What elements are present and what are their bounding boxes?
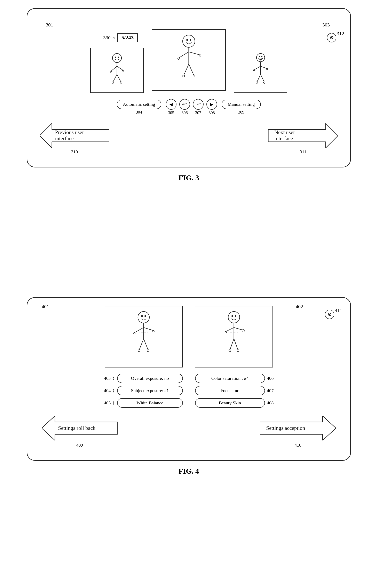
fig4-left-image	[105, 306, 183, 368]
left-image	[90, 48, 144, 93]
next-nav-group: Next user interface 311	[268, 123, 338, 155]
manual-btn-group: Manual setting 309	[221, 100, 261, 115]
svg-point-27	[259, 56, 260, 57]
svg-line-32	[261, 66, 267, 69]
acceptance-group: Settings acception 410	[260, 416, 336, 448]
overall-exposure-button[interactable]: Overall exposure: no	[117, 374, 183, 383]
svg-point-22	[178, 58, 179, 59]
auto-btn-group: Automatic setting 304	[117, 100, 161, 115]
fig4-right-image	[195, 306, 273, 368]
subject-exposure-button[interactable]: Subject exposure: #1	[117, 386, 183, 395]
svg-text:interface: interface	[55, 135, 74, 141]
svg-line-4	[111, 66, 117, 71]
controls-inner: Automatic setting 304 ◀ 305	[117, 99, 261, 115]
left-img-ref: 301	[46, 22, 53, 28]
settings-arrows: Settings roll back 409 Settings acceptio…	[38, 416, 340, 448]
plus90-button[interactable]: +90°	[193, 99, 204, 110]
subject-exposure-ref: 404	[104, 388, 111, 393]
color-saturation-button[interactable]: Color saturation : #4	[195, 374, 265, 383]
auto-setting-button[interactable]: Automatic setting	[117, 100, 161, 109]
next-arrow-shape[interactable]: Next user interface	[268, 123, 338, 148]
prev-ref: 310	[71, 149, 78, 155]
acceptance-arrow-svg: Settings acception	[260, 416, 336, 441]
right-image	[234, 48, 287, 93]
beauty-skin-row: Beauty Skin 408	[195, 398, 274, 408]
svg-line-16	[178, 52, 189, 58]
forward-button[interactable]: ▶	[206, 99, 217, 110]
white-balance-row: 405 ⟩ White Balance	[104, 398, 183, 408]
fig4-right-ref: 402	[296, 304, 303, 309]
rollback-arrow[interactable]: Settings roll back	[42, 416, 118, 441]
subject-exposure-row: 404 ⟩ Subject exposure: #1	[104, 386, 183, 395]
fig4-panel: ⊗ 411 401 402	[27, 297, 351, 461]
svg-line-51	[139, 339, 144, 350]
acceptance-arrow[interactable]: Settings acception	[260, 416, 336, 441]
svg-line-65	[230, 339, 234, 350]
manual-ref: 309	[238, 110, 244, 115]
stick-figure-right	[244, 52, 277, 89]
rollback-arrow-svg: Settings roll back	[42, 416, 118, 441]
focus-button[interactable]: Focus : no	[195, 386, 265, 395]
svg-line-33	[257, 74, 261, 82]
acceptance-ref: 410	[295, 442, 301, 448]
svg-point-61	[235, 315, 237, 317]
controls-row: Automatic setting 304 ◀ 305	[35, 99, 342, 115]
svg-point-23	[199, 55, 201, 56]
back-ref: 305	[168, 110, 174, 115]
svg-point-1	[115, 57, 116, 58]
svg-line-66	[234, 339, 238, 350]
svg-line-7	[117, 74, 121, 82]
svg-point-55	[134, 332, 135, 334]
focus-ref: 407	[267, 388, 274, 393]
svg-line-18	[184, 64, 189, 75]
plus90-btn-group: +90° 307	[193, 99, 204, 115]
prev-nav-group: Previous user interface 310	[40, 123, 109, 155]
back-button[interactable]: ◀	[166, 99, 176, 110]
svg-line-63	[226, 327, 234, 332]
minus90-ref: 306	[182, 110, 188, 115]
svg-point-13	[186, 39, 188, 41]
back-btn-group: ◀ 305	[166, 99, 176, 115]
svg-point-59	[228, 311, 240, 323]
minus90-button[interactable]: -90°	[179, 99, 190, 110]
overall-exposure-ref: 403	[104, 376, 111, 381]
fig3-caption: FIG. 3	[12, 174, 365, 182]
fig4-controls: 403 ⟩ Overall exposure: no 404 ⟩ Subject…	[38, 374, 340, 408]
svg-point-0	[112, 54, 122, 62]
right-img-ref: 303	[322, 22, 330, 28]
svg-point-45	[138, 311, 149, 323]
svg-point-11	[123, 70, 124, 71]
fig4-inner: ⊗ 411 401 402	[38, 306, 340, 448]
svg-point-14	[190, 39, 191, 41]
svg-line-52	[144, 339, 148, 350]
fig4-images-row: 401 402	[38, 306, 340, 368]
white-balance-button[interactable]: White Balance	[117, 398, 183, 408]
plus90-ref: 307	[195, 110, 201, 115]
minus90-btn-group: -90° 306	[179, 99, 190, 115]
beauty-skin-button[interactable]: Beauty Skin	[195, 398, 265, 408]
auto-ref-line: 304	[136, 110, 142, 115]
nav-arrows: Previous user interface 310 Next user in…	[35, 123, 342, 155]
overall-exposure-row: 403 ⟩ Overall exposure: no	[104, 374, 183, 383]
svg-point-46	[141, 315, 143, 317]
right-controls-col: Color saturation : #4 406 Focus : no 407	[195, 374, 274, 408]
manual-ref-line: 309	[238, 110, 244, 115]
manual-setting-button[interactable]: Manual setting	[221, 100, 261, 109]
svg-point-47	[144, 315, 146, 317]
svg-point-38	[267, 68, 268, 70]
rollback-group: Settings roll back 409	[42, 416, 118, 448]
svg-point-60	[232, 315, 233, 317]
center-image	[152, 29, 226, 91]
svg-line-19	[189, 64, 194, 75]
svg-text:Next user: Next user	[274, 129, 295, 135]
prev-arrow-shape[interactable]: Previous user interface	[40, 123, 109, 148]
svg-line-31	[254, 66, 261, 70]
svg-point-10	[110, 71, 111, 72]
auto-ref: 304	[136, 110, 142, 115]
focus-row: Focus : no 407	[195, 386, 274, 395]
rollback-ref: 409	[76, 442, 83, 448]
fig3-container: ⊗ 312 330 ⤷ 5/243 302 301 303	[12, 8, 365, 182]
fwd-btn-group: ▶ 308	[206, 99, 217, 115]
fig4-left-ref: 401	[42, 304, 49, 309]
svg-text:interface: interface	[274, 135, 293, 141]
